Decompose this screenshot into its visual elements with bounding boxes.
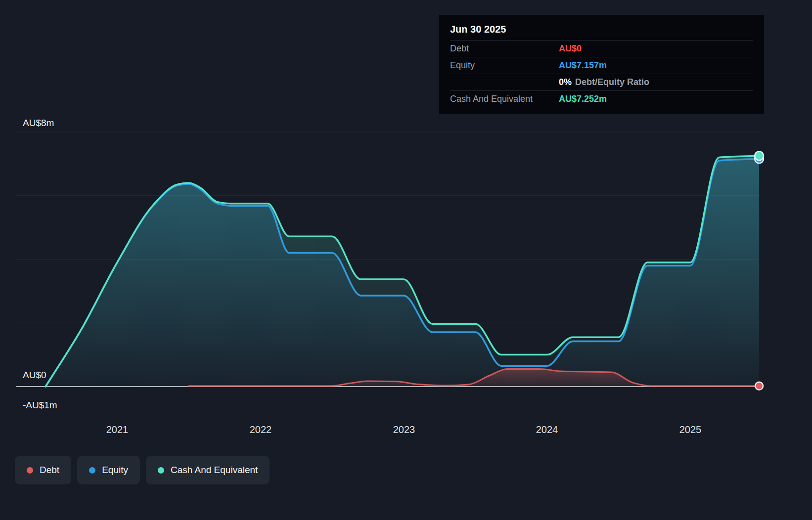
y-axis-label-neg1m: -AU$1m <box>23 400 57 411</box>
x-axis-label-2021: 2021 <box>106 424 129 435</box>
legend-item-debt[interactable]: Debt <box>15 456 71 484</box>
tooltip-debt-label: Debt <box>450 43 559 54</box>
tooltip-equity-value: AU$7.157m <box>559 60 607 71</box>
chart-legend: Debt Equity Cash And Equivalent <box>15 456 270 484</box>
tooltip-cash-value: AU$7.252m <box>559 94 607 104</box>
tooltip-equity-label: Equity <box>450 60 559 71</box>
chart-tooltip: Jun 30 2025 Debt AU$0 Equity AU$7.157m 0… <box>439 15 764 114</box>
debt-legend-dot-icon <box>27 467 33 474</box>
legend-equity-label: Equity <box>102 465 128 476</box>
tooltip-row-cash: Cash And Equivalent AU$7.252m <box>450 90 753 107</box>
x-axis-label-2024: 2024 <box>536 424 558 435</box>
legend-item-cash[interactable]: Cash And Equivalent <box>146 456 270 484</box>
tooltip-row-ratio: 0% Debt/Equity Ratio <box>450 74 753 90</box>
legend-debt-label: Debt <box>40 465 59 476</box>
x-axis-label-2022: 2022 <box>250 424 272 435</box>
legend-cash-label: Cash And Equivalent <box>171 465 258 476</box>
equity-legend-dot-icon <box>89 467 95 474</box>
tooltip-debt-value: AU$0 <box>559 43 582 54</box>
x-axis-label-2025: 2025 <box>679 424 702 435</box>
cash-legend-dot-icon <box>158 467 164 474</box>
tooltip-cash-label: Cash And Equivalent <box>450 94 559 104</box>
x-axis-label-2023: 2023 <box>393 424 415 435</box>
tooltip-row-equity: Equity AU$7.157m <box>450 57 753 74</box>
tooltip-ratio-value: 0% <box>559 77 572 87</box>
tooltip-ratio-label: Debt/Equity Ratio <box>575 77 649 87</box>
debt-equity-chart-page: AU$8m AU$0 -AU$1m 2021 2022 2023 2024 20… <box>0 0 812 520</box>
y-axis-label-8m: AU$8m <box>23 118 54 129</box>
y-axis-label-0: AU$0 <box>23 370 46 381</box>
tooltip-row-debt: Debt AU$0 <box>450 40 753 57</box>
tooltip-date: Jun 30 2025 <box>450 21 753 40</box>
legend-item-equity[interactable]: Equity <box>77 456 140 484</box>
